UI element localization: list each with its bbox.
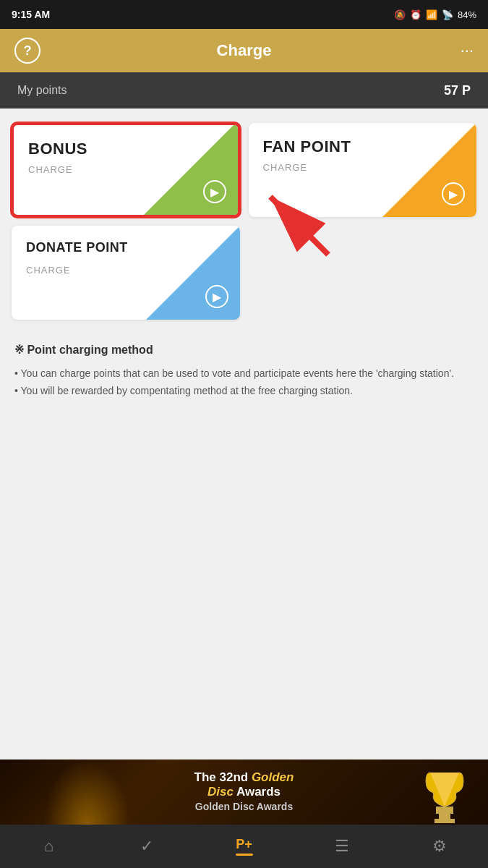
status-time: 9:15 AM [12, 9, 50, 20]
points-icon: P+ [236, 837, 252, 852]
mute-icon: 🔕 [394, 9, 406, 20]
donate-card-title: DONATE POINT [26, 240, 128, 255]
bottom-nav: ⌂ ✓ P+ ☰ ⚙ [0, 825, 488, 868]
info-text: • You can charge points that can be used… [14, 365, 474, 400]
header: ? Charge ··· [0, 29, 488, 72]
info-line-1: • You can charge points that can be used… [14, 367, 454, 379]
nav-points[interactable]: P+ [195, 831, 293, 861]
points-label: My points [17, 84, 67, 97]
banner-glow [43, 760, 130, 825]
fan-triangle [382, 123, 476, 217]
fan-card-arrow[interactable]: ▶ [442, 182, 465, 205]
trophy-icon [423, 767, 466, 825]
battery-icon: 84% [458, 9, 476, 20]
wifi-icon: 📶 [426, 9, 437, 20]
fan-card-subtitle: CHARGE [263, 162, 308, 173]
svg-rect-3 [435, 819, 455, 823]
nav-list[interactable]: ☰ [293, 831, 390, 861]
home-icon: ⌂ [44, 837, 53, 856]
annotation-area [249, 226, 477, 320]
points-bar: My points 57 P [0, 72, 488, 109]
main-content: BONUS CHARGE ▶ FAN POINT CHARGE ▶ DONATE… [0, 109, 488, 420]
alarm-icon: ⏰ [410, 9, 421, 20]
svg-rect-2 [439, 814, 450, 820]
info-section: ※ Point charging method • You can charge… [12, 337, 476, 406]
signal-icon: 📡 [442, 9, 453, 20]
fan-card-title: FAN POINT [263, 137, 351, 156]
donate-triangle [146, 226, 240, 320]
settings-icon: ⚙ [432, 837, 447, 856]
page-title: Charge [217, 29, 272, 72]
donate-card[interactable]: DONATE POINT CHARGE ▶ [12, 226, 240, 320]
banner[interactable]: The 32nd GoldenDisc Awards Golden Disc A… [0, 760, 488, 825]
help-button[interactable]: ? [14, 38, 40, 64]
banner-line1: The 32nd [194, 770, 252, 784]
info-line-2: • You will be rewarded by compentating m… [14, 385, 353, 396]
bonus-triangle [144, 123, 238, 215]
nav-active-indicator [236, 854, 253, 856]
info-title: ※ Point charging method [14, 343, 474, 357]
status-bar: 9:15 AM 🔕 ⏰ 📶 📡 84% [0, 0, 488, 29]
banner-awards: Awards [236, 785, 281, 799]
nav-home[interactable]: ⌂ [0, 831, 98, 861]
banner-subtitle: Golden Disc Awards [195, 801, 293, 812]
list-icon: ☰ [335, 837, 349, 856]
nav-check[interactable]: ✓ [98, 831, 195, 861]
bonus-card-subtitle: CHARGE [28, 164, 73, 175]
bonus-card-title: BONUS [28, 140, 87, 158]
bottom-cards-row: DONATE POINT CHARGE ▶ [12, 226, 476, 320]
red-arrow-annotation [234, 182, 379, 262]
points-value: 57 P [444, 83, 471, 98]
check-icon: ✓ [140, 837, 153, 856]
svg-rect-4 [436, 807, 453, 814]
donate-card-arrow[interactable]: ▶ [205, 285, 228, 308]
bonus-card-arrow[interactable]: ▶ [203, 180, 226, 203]
status-icons: 🔕 ⏰ 📶 📡 84% [394, 9, 476, 20]
donate-card-subtitle: CHARGE [26, 265, 71, 276]
svg-line-1 [270, 197, 328, 255]
nav-settings[interactable]: ⚙ [390, 831, 488, 861]
bonus-card[interactable]: BONUS CHARGE ▶ [12, 123, 240, 217]
banner-text: The 32nd GoldenDisc Awards Golden Disc A… [194, 770, 294, 814]
message-button[interactable]: ··· [461, 41, 474, 60]
